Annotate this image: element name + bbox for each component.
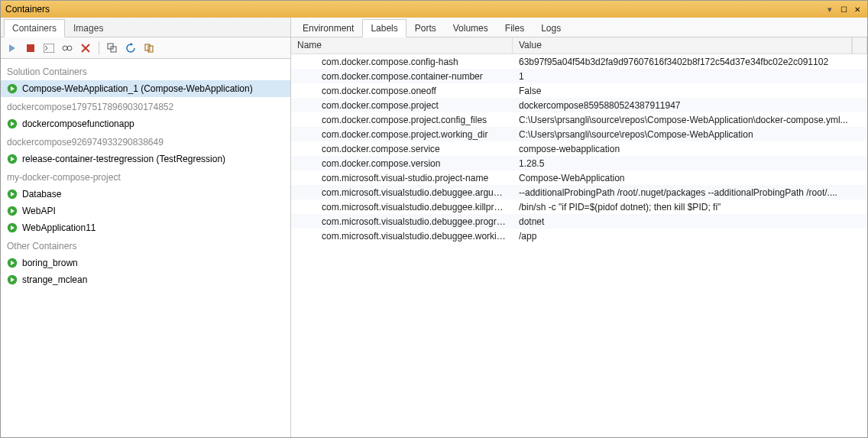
cell-name: com.microsoft.visualstudio.debuggee.argu… xyxy=(291,187,513,198)
cell-value: Compose-WebApplication xyxy=(513,173,867,183)
table-row[interactable]: com.microsoft.visualstudio.debuggee.work… xyxy=(291,229,867,243)
cell-value: C:\Users\prsangli\source\repos\Compose-W… xyxy=(513,129,867,140)
pin-icon[interactable]: ▾ xyxy=(828,5,832,15)
table-row[interactable]: com.microsoft.visualstudio.debuggee.prog… xyxy=(291,214,867,229)
detail-tab[interactable]: Labels xyxy=(362,19,406,37)
cell-name: com.docker.compose.oneoff xyxy=(291,86,513,96)
start-icon[interactable] xyxy=(5,41,19,55)
view-tab-containers[interactable]: Containers xyxy=(4,19,65,37)
table-row[interactable]: com.microsoft.visual-studio.project-name… xyxy=(291,170,867,185)
tree-item-label: Database xyxy=(22,189,61,200)
svg-rect-6 xyxy=(145,44,150,50)
cell-name: com.docker.compose.project.working_dir xyxy=(291,129,513,140)
container-tree: Solution ContainersCompose-WebApplicatio… xyxy=(1,59,290,437)
tree-item-label: WebAPI xyxy=(22,206,56,216)
cell-name: com.microsoft.visual-studio.project-name xyxy=(291,173,513,183)
table-row[interactable]: com.docker.compose.project.working_dirC:… xyxy=(291,127,867,141)
tree-group-label: my-docker-compose-project xyxy=(1,167,290,186)
close-icon[interactable]: ✕ xyxy=(852,4,863,15)
running-status-icon xyxy=(7,189,18,200)
detail-tabs: EnvironmentLabelsPortsVolumesFilesLogs xyxy=(291,18,867,37)
table-row[interactable]: com.docker.compose.container-number1 xyxy=(291,69,867,83)
cell-name: com.docker.compose.project xyxy=(291,100,513,111)
tree-item[interactable]: Database xyxy=(1,186,290,203)
detail-tab[interactable]: Files xyxy=(497,19,533,37)
cell-name: com.microsoft.visualstudio.debuggee.work… xyxy=(291,231,513,242)
tree-item[interactable]: WebAPI xyxy=(1,203,290,219)
detail-tab[interactable]: Ports xyxy=(406,19,445,37)
svg-rect-0 xyxy=(27,44,34,52)
column-header-name[interactable]: Name xyxy=(291,37,513,54)
prune-icon[interactable] xyxy=(142,41,156,55)
sidebar-view-tabs: Containers Images xyxy=(1,18,290,37)
running-status-icon xyxy=(7,274,18,285)
tree-item[interactable]: Compose-WebApplication_1 (Compose-WebApp… xyxy=(1,80,290,97)
terminal-icon[interactable] xyxy=(42,41,56,55)
tree-group-label: dockercompose926974933290838649 xyxy=(1,132,290,151)
tree-item-label: dockercomposefunctionapp xyxy=(22,118,134,129)
tree-item-label: WebApplication11 xyxy=(22,222,96,233)
table-row[interactable]: com.docker.compose.project.config_filesC… xyxy=(291,112,867,127)
svg-rect-7 xyxy=(148,46,153,52)
tree-item-label: strange_mclean xyxy=(22,274,87,285)
running-status-icon xyxy=(7,206,18,216)
cell-value: 1 xyxy=(513,71,867,82)
tree-item[interactable]: dockercomposefunctionapp xyxy=(1,115,290,132)
tree-group-label: Solution Containers xyxy=(1,62,290,80)
cell-value: /bin/sh -c "if PID=$(pidof dotnet); then… xyxy=(513,202,867,213)
cell-value: --additionalProbingPath /root/.nuget/pac… xyxy=(513,187,867,198)
running-status-icon xyxy=(7,258,18,268)
tree-group-label: dockercompose17975178969030174852 xyxy=(1,97,290,115)
stop-icon[interactable] xyxy=(24,41,37,55)
detail-tab[interactable]: Volumes xyxy=(445,19,497,37)
svg-rect-1 xyxy=(44,44,54,53)
running-status-icon xyxy=(7,118,18,129)
running-status-icon xyxy=(7,83,18,94)
tree-item[interactable]: WebApplication11 xyxy=(1,219,290,236)
table-row[interactable]: com.docker.compose.config-hash63b97f95a0… xyxy=(291,54,867,69)
running-status-icon xyxy=(7,154,18,164)
svg-point-3 xyxy=(67,46,72,50)
cell-value: 1.28.5 xyxy=(513,158,867,169)
tree-item[interactable]: boring_brown xyxy=(1,255,290,271)
tree-item[interactable]: release-container-testregression (TestRe… xyxy=(1,151,290,167)
tree-item[interactable]: strange_mclean xyxy=(1,271,290,288)
cell-name: com.docker.compose.project.config_files xyxy=(291,115,513,125)
column-header-value[interactable]: Value xyxy=(513,37,852,54)
table-row[interactable]: com.microsoft.visualstudio.debuggee.kill… xyxy=(291,200,867,214)
cell-name: com.docker.compose.service xyxy=(291,144,513,154)
table-row[interactable]: com.microsoft.visualstudio.debuggee.argu… xyxy=(291,185,867,200)
detail-tab[interactable]: Logs xyxy=(533,19,569,37)
attach-icon[interactable] xyxy=(60,41,74,55)
tree-item-label: release-container-testregression (TestRe… xyxy=(22,154,225,164)
svg-point-2 xyxy=(63,46,67,50)
window-titlebar: Containers ▾ ☐ ✕ xyxy=(1,1,867,18)
detail-tab[interactable]: Environment xyxy=(294,19,362,37)
cell-name: com.docker.compose.version xyxy=(291,158,513,169)
labels-grid: Name Value com.docker.compose.config-has… xyxy=(291,37,867,437)
maximize-icon[interactable]: ☐ xyxy=(838,4,849,15)
toolbar-separator xyxy=(99,41,99,55)
column-header-extra xyxy=(852,37,867,54)
table-row[interactable]: com.docker.compose.servicecompose-webapp… xyxy=(291,141,867,156)
view-tab-images[interactable]: Images xyxy=(65,19,112,37)
cell-name: com.microsoft.visualstudio.debuggee.prog… xyxy=(291,216,513,227)
tree-item-label: Compose-WebApplication_1 (Compose-WebApp… xyxy=(22,83,253,94)
window-title: Containers xyxy=(5,4,50,15)
cell-value: compose-webapplication xyxy=(513,144,867,154)
cell-name: com.docker.compose.config-hash xyxy=(291,57,513,67)
table-row[interactable]: com.docker.compose.projectdockercompose8… xyxy=(291,98,867,112)
table-row[interactable]: com.docker.compose.oneoffFalse xyxy=(291,83,867,98)
cell-name: com.microsoft.visualstudio.debuggee.kill… xyxy=(291,202,513,213)
running-status-icon xyxy=(7,222,18,233)
cell-value: 63b97f95a04f54b3d2fa9d97607616f3402b8f17… xyxy=(513,57,867,67)
cell-value: C:\Users\prsangli\source\repos\Compose-W… xyxy=(513,115,867,125)
table-row[interactable]: com.docker.compose.version1.28.5 xyxy=(291,156,867,170)
cell-value: False xyxy=(513,86,867,96)
sidebar-toolbar xyxy=(1,37,290,59)
cell-name: com.docker.compose.container-number xyxy=(291,71,513,82)
refresh-icon[interactable] xyxy=(124,41,138,55)
delete-icon[interactable] xyxy=(79,41,92,55)
cell-value: /app xyxy=(513,231,867,242)
compose-icon[interactable] xyxy=(105,41,119,55)
